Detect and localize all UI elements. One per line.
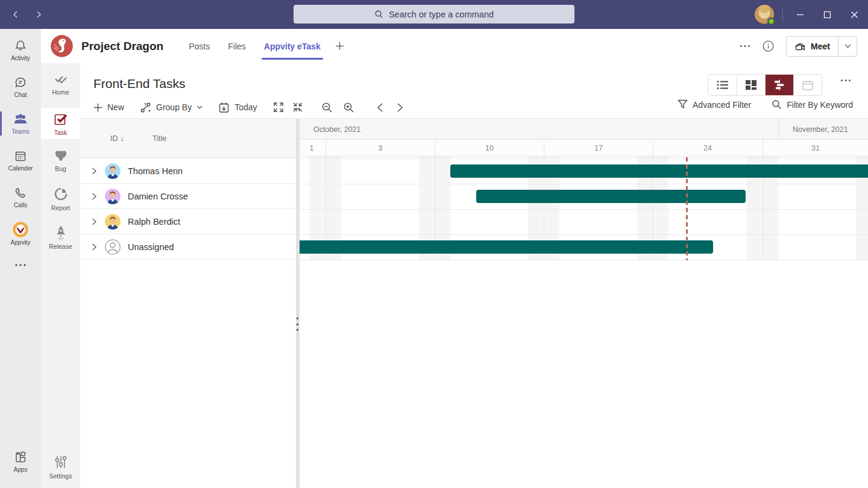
user-avatar[interactable]: ✓	[755, 5, 774, 24]
group-name: Unassigned	[128, 242, 174, 252]
today-button[interactable]: Today	[218, 102, 257, 113]
search-icon	[374, 10, 383, 19]
filter-by-keyword-button[interactable]: Filter By Keyword	[772, 99, 853, 110]
module-item-label: Home	[52, 89, 69, 96]
chevron-down-icon	[197, 105, 203, 109]
module-item-report[interactable]: Report	[41, 181, 80, 216]
day-tick-label: 24	[703, 144, 712, 152]
gantt-month-row: October, 2021 November, 2021	[300, 119, 868, 140]
camera-icon	[794, 42, 806, 51]
sidebar-item-calendar[interactable]: Calender	[0, 145, 41, 176]
sidebar-item-apps[interactable]: Apps	[0, 446, 41, 477]
maximize-button[interactable]	[814, 0, 841, 29]
tab-files[interactable]: Files	[228, 29, 246, 63]
ellipsis-icon	[840, 79, 851, 82]
sidebar-item-chat[interactable]: Chat	[0, 71, 41, 102]
sidebar-item-activity[interactable]: Activity	[0, 34, 41, 66]
close-button[interactable]	[841, 0, 868, 29]
view-more-button[interactable]	[840, 79, 851, 82]
expand-chevron-icon[interactable]	[90, 192, 98, 201]
task-checkbox-icon	[53, 111, 68, 127]
back-button[interactable]	[7, 6, 24, 23]
group-row[interactable]: Unassigned	[80, 234, 296, 260]
plus-icon	[93, 103, 102, 112]
chevron-down-icon	[844, 44, 851, 48]
sidebar-item-label: Appvity	[11, 239, 31, 246]
release-rocket-icon	[54, 225, 68, 240]
gantt-bar[interactable]	[476, 190, 746, 203]
chat-icon	[13, 75, 28, 90]
module-item-task[interactable]: Task	[41, 108, 80, 139]
module-rail: Home Task Bug Report Release Settings	[41, 63, 80, 488]
expand-all-button[interactable]	[273, 102, 284, 113]
tab-posts[interactable]: Posts	[189, 29, 210, 63]
grid-header: ID ↓ Title	[80, 119, 296, 158]
column-header-title[interactable]: Title	[153, 134, 166, 143]
group-name: Damien Crosse	[128, 192, 188, 201]
group-by-icon	[140, 102, 151, 113]
scroll-right-button[interactable]	[396, 102, 404, 113]
list-view-button[interactable]	[708, 75, 737, 95]
scroll-left-button[interactable]	[376, 102, 384, 113]
expand-chevron-icon[interactable]	[90, 217, 98, 226]
expand-chevron-icon[interactable]	[90, 167, 98, 175]
module-item-home[interactable]: Home	[41, 67, 80, 102]
group-row[interactable]: Thomas Henn	[80, 158, 296, 184]
sidebar-item-calls[interactable]: Calls	[0, 181, 41, 213]
group-row[interactable]: Ralph Berdict	[80, 209, 296, 234]
bell-icon	[13, 39, 28, 53]
sidebar-item-label: Chat	[14, 92, 27, 98]
gantt-bar[interactable]	[450, 164, 868, 178]
titlebar-divider	[782, 7, 783, 22]
more-apps-button[interactable]	[0, 258, 41, 272]
settings-sliders-icon	[53, 454, 69, 470]
meet-button[interactable]: Meet	[787, 37, 838, 56]
gantt-view-button[interactable]	[765, 75, 793, 95]
module-item-label: Task	[54, 129, 68, 136]
module-item-label: Release	[49, 243, 72, 250]
command-search-bar[interactable]: Search or type a command	[294, 5, 574, 23]
zoom-in-button[interactable]	[343, 102, 354, 113]
channel-more-button[interactable]	[740, 45, 750, 48]
add-tab-button[interactable]	[335, 42, 344, 51]
group-by-button[interactable]: Group By	[140, 102, 203, 113]
module-item-release[interactable]: Release	[41, 220, 80, 255]
collapse-all-button[interactable]	[292, 102, 303, 113]
column-header-id[interactable]: ID ↓	[110, 134, 124, 143]
channel-info-button[interactable]	[763, 40, 774, 52]
meet-dropdown-button[interactable]	[838, 37, 857, 56]
module-item-settings[interactable]: Settings	[41, 449, 80, 484]
task-grid-panel: ID ↓ Title Thomas HennDamien CrosseRalph…	[80, 119, 296, 488]
day-tick-label: 17	[594, 144, 603, 152]
sort-descending-icon: ↓	[121, 134, 124, 143]
board-view-icon	[746, 80, 756, 90]
gantt-bar[interactable]	[300, 240, 713, 254]
week-gridline	[763, 140, 763, 260]
gantt-day-row: 1310172431	[300, 140, 868, 157]
tab-appvity-etask[interactable]: Appvity eTask	[264, 29, 321, 63]
calendar-today-icon	[218, 102, 230, 113]
module-item-label: Settings	[49, 472, 72, 480]
advanced-filter-button[interactable]: Advanced Filter	[678, 99, 751, 110]
collapse-icon	[292, 102, 303, 113]
sidebar-item-teams[interactable]: Teams	[0, 108, 41, 139]
sidebar-item-appvity[interactable]: Appvity	[0, 218, 41, 249]
row-gridline	[300, 234, 868, 235]
sidebar-item-label: Teams	[11, 128, 29, 135]
group-row[interactable]: Damien Crosse	[80, 184, 296, 209]
board-view-button[interactable]	[737, 75, 765, 95]
group-name: Thomas Henn	[128, 166, 183, 176]
module-item-bug[interactable]: Bug	[41, 143, 80, 178]
calendar-view-button[interactable]	[793, 75, 822, 95]
new-task-button[interactable]: New	[93, 102, 124, 112]
chevron-left-icon	[376, 102, 384, 113]
forward-button[interactable]	[30, 6, 47, 23]
teams-people-icon	[13, 112, 28, 127]
minimize-button[interactable]	[787, 0, 814, 29]
sidebar-item-label: Apps	[14, 466, 28, 473]
view-title: Front-End Tasks	[93, 77, 186, 91]
row-gridline	[300, 260, 868, 260]
gantt-area: October, 2021 November, 2021 1310172431	[300, 119, 868, 488]
expand-chevron-icon[interactable]	[90, 243, 98, 251]
zoom-out-button[interactable]	[321, 102, 333, 113]
